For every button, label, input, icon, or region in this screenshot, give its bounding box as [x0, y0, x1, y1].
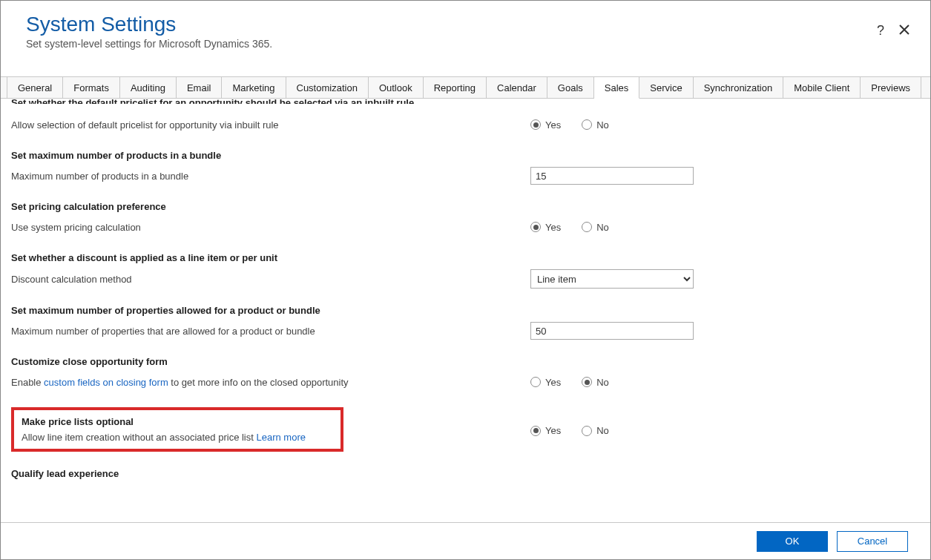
- cancel-button[interactable]: Cancel: [837, 531, 908, 552]
- close-icon[interactable]: [899, 23, 909, 39]
- label-close-opportunity: Enable custom fields on closing form to …: [11, 377, 530, 388]
- radio-close-opp-yes[interactable]: Yes: [530, 377, 561, 388]
- radio-label-no: No: [596, 377, 609, 388]
- tab-sales[interactable]: Sales: [594, 77, 640, 99]
- link-custom-fields-closing-form[interactable]: custom fields on closing form: [44, 377, 168, 388]
- section-title-discount: Set whether a discount is applied as a l…: [11, 252, 920, 263]
- page-subtitle: Set system-level settings for Microsoft …: [26, 38, 905, 50]
- radio-label-no: No: [596, 119, 609, 131]
- radio-label-yes: Yes: [545, 377, 561, 388]
- tab-mobile-client[interactable]: Mobile Client: [783, 77, 861, 98]
- label-default-pricelist: Allow selection of default pricelist for…: [11, 119, 530, 131]
- radio-label-no: No: [596, 425, 609, 436]
- label-price-lists-optional: Allow line item creation without an asso…: [22, 432, 333, 443]
- tab-reporting[interactable]: Reporting: [424, 77, 487, 98]
- tab-auditing[interactable]: Auditing: [120, 77, 177, 98]
- input-max-bundle[interactable]: [530, 167, 694, 185]
- tab-email[interactable]: Email: [177, 77, 223, 98]
- tab-calendar[interactable]: Calendar: [487, 77, 547, 98]
- radio-label-yes: Yes: [545, 222, 561, 233]
- radio-default-pricelist-no[interactable]: No: [582, 119, 609, 131]
- settings-scroll-area[interactable]: Set whether the default pricelist for an…: [1, 99, 930, 522]
- tab-general[interactable]: General: [7, 77, 63, 98]
- page-title: System Settings: [26, 13, 905, 36]
- label-max-props: Maximum number of properties that are al…: [11, 326, 530, 337]
- ok-button[interactable]: OK: [757, 531, 828, 552]
- radio-label-yes: Yes: [545, 425, 561, 436]
- radio-label-no: No: [596, 222, 609, 233]
- radio-default-pricelist-yes[interactable]: Yes: [530, 119, 561, 131]
- tab-goals[interactable]: Goals: [547, 77, 594, 98]
- tab-service[interactable]: Service: [639, 77, 693, 98]
- select-discount-method[interactable]: Line item: [530, 269, 694, 289]
- radio-close-opp-no[interactable]: No: [582, 377, 609, 388]
- help-icon[interactable]: ?: [877, 23, 884, 39]
- label-pricing-pref: Use system pricing calculation: [11, 222, 530, 233]
- link-learn-more[interactable]: Learn more: [256, 432, 305, 443]
- label-max-bundle: Maximum number of products in a bundle: [11, 171, 530, 182]
- label-discount: Discount calculation method: [11, 274, 530, 285]
- radio-pricelist-optional-no[interactable]: No: [582, 425, 609, 436]
- radio-pricelist-optional-yes[interactable]: Yes: [530, 425, 561, 436]
- input-max-props[interactable]: [530, 322, 694, 340]
- section-title-price-lists-optional: Make price lists optional: [22, 416, 333, 427]
- radio-pricing-yes[interactable]: Yes: [530, 222, 561, 233]
- dialog-footer: OK Cancel: [1, 522, 930, 559]
- tab-marketing[interactable]: Marketing: [222, 77, 286, 98]
- section-title-max-props: Set maximum number of properties allowed…: [11, 305, 920, 316]
- tab-previews[interactable]: Previews: [861, 77, 921, 98]
- section-title-default-pricelist: Set whether the default pricelist for an…: [11, 99, 920, 104]
- tab-outlook[interactable]: Outlook: [369, 77, 424, 98]
- tab-synchronization[interactable]: Synchronization: [694, 77, 784, 98]
- section-title-qualify-lead: Qualify lead experience: [11, 468, 920, 479]
- radio-label-yes: Yes: [545, 119, 561, 131]
- tab-customization[interactable]: Customization: [286, 77, 369, 98]
- section-title-pricing-pref: Set pricing calculation preference: [11, 201, 920, 212]
- tab-bar: General Formats Auditing Email Marketing…: [1, 76, 930, 99]
- section-title-close-opportunity: Customize close opportunity form: [11, 356, 920, 367]
- section-title-max-bundle: Set maximum number of products in a bund…: [11, 150, 920, 161]
- tab-formats[interactable]: Formats: [63, 77, 120, 98]
- radio-pricing-no[interactable]: No: [582, 222, 609, 233]
